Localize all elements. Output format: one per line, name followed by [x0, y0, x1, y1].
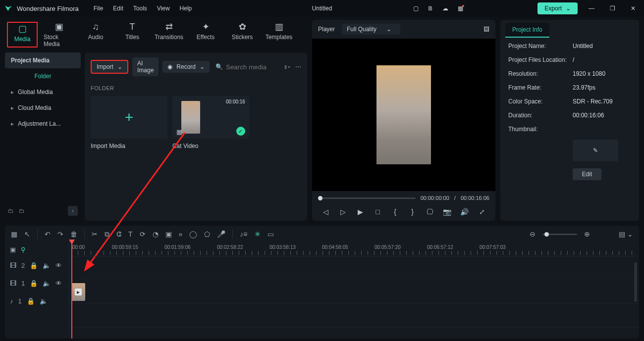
link-icon[interactable]: ⚲	[21, 246, 26, 253]
mask-button[interactable]: ▣	[165, 230, 172, 238]
scrollbar[interactable]	[634, 262, 637, 302]
tab-stickers[interactable]: ✿Stickers	[227, 22, 258, 48]
prev-frame-button[interactable]: ◁	[320, 208, 332, 216]
track-button[interactable]: ◯	[189, 230, 197, 238]
tab-transitions[interactable]: ⇄Transitions	[154, 22, 184, 48]
tab-titles[interactable]: TTitles	[117, 22, 148, 48]
image-icon[interactable]: 🖼	[483, 26, 489, 33]
text-button[interactable]: T	[128, 230, 133, 238]
track-v2[interactable]	[69, 256, 639, 280]
tab-media[interactable]: ▢Media	[7, 22, 38, 48]
record-button[interactable]: ◉Record⌄	[162, 61, 210, 73]
frame-button[interactable]: ▭	[268, 230, 274, 238]
export-button[interactable]: Export⌄	[537, 2, 578, 14]
mute-icon[interactable]: 🔈	[40, 297, 48, 305]
timeline-ruler[interactable]: 00:00 00:00:59:15 00:01:59:06 00:02:58:2…	[69, 243, 639, 256]
import-media-tile[interactable]: + Import Media	[91, 96, 167, 149]
minimize-button[interactable]: —	[585, 5, 598, 12]
redo-button[interactable]: ↷	[57, 230, 63, 238]
filter-icon[interactable]: ⫾▿	[284, 63, 290, 70]
tab-templates[interactable]: ▥Templates	[264, 22, 294, 48]
track-header-v2[interactable]: 🎞2 🔒 🔈 👁	[5, 256, 69, 274]
tab-stock-media[interactable]: ▣Stock Media	[44, 22, 74, 48]
close-button[interactable]: ✕	[626, 5, 640, 12]
search-input[interactable]	[226, 63, 280, 71]
rotate-button[interactable]: ⟳	[140, 230, 146, 238]
sidebar-project-media[interactable]: Project Media	[5, 52, 81, 68]
zoom-slider[interactable]	[542, 234, 577, 235]
layout-icon[interactable]: ▢	[412, 4, 420, 12]
play-backward-button[interactable]: ▷	[337, 208, 349, 216]
play-button[interactable]: ▶	[355, 208, 367, 216]
menu-file[interactable]: File	[94, 5, 103, 12]
crop-button[interactable]: ⧉	[105, 230, 109, 239]
zoom-in-button[interactable]: ⊕	[584, 230, 590, 238]
speed-button[interactable]: ⵛ	[116, 230, 121, 238]
visible-icon[interactable]: 👁	[55, 280, 62, 287]
mark-in-button[interactable]: {	[389, 208, 401, 216]
edit-button[interactable]: Edit	[573, 168, 601, 180]
scrub-slider[interactable]	[318, 197, 416, 199]
undo-button[interactable]: ↶	[45, 230, 51, 238]
preview-viewport[interactable]	[312, 39, 495, 191]
track-header-a1[interactable]: ♪1 🔒 🔈	[5, 292, 69, 310]
menu-tools[interactable]: Tools	[133, 5, 147, 12]
project-info-tab[interactable]: Project Info	[505, 23, 549, 38]
tab-effects[interactable]: ✦Effects	[190, 22, 221, 48]
thumbnail-edit-button[interactable]: ✎	[573, 140, 618, 161]
fullscreen-icon[interactable]: ⤢	[476, 208, 488, 216]
sidebar-global-media[interactable]: ▸Global Media	[5, 84, 81, 100]
new-bin-icon[interactable]: 🗀	[19, 207, 25, 214]
track-header-v1[interactable]: 🎞1 🔒 🔈 👁	[5, 274, 69, 292]
save-icon[interactable]: 🗎	[427, 4, 434, 12]
visible-icon[interactable]: 👁	[55, 262, 62, 269]
track-v1[interactable]: ▶	[69, 280, 639, 304]
split-button[interactable]: ✂	[92, 230, 98, 238]
grid-icon[interactable]: ▦	[11, 230, 17, 238]
tab-audio[interactable]: ♫Audio	[80, 22, 111, 48]
ai-image-button[interactable]: AI Image	[132, 57, 159, 76]
menu-help[interactable]: Help	[180, 5, 192, 12]
maximize-button[interactable]: ❐	[605, 5, 619, 12]
mute-icon[interactable]: 🔈	[43, 280, 51, 287]
snapshot-icon[interactable]: 📷	[441, 208, 453, 216]
lock-icon[interactable]: 🔒	[30, 262, 38, 269]
collapse-sidebar-button[interactable]: ‹	[68, 206, 78, 216]
timeline-tracks[interactable]: 00:00 00:00:59:15 00:01:59:06 00:02:58:2…	[69, 243, 639, 339]
lock-icon[interactable]: 🔒	[27, 297, 35, 305]
menu-edit[interactable]: Edit	[113, 5, 123, 12]
playhead[interactable]	[71, 243, 72, 339]
more-icon[interactable]: ⋯	[295, 63, 301, 70]
color-button[interactable]: ◔	[153, 230, 159, 238]
timeline-settings-icon[interactable]: ▣	[10, 246, 16, 253]
magnet-button[interactable]: ✳	[255, 230, 261, 238]
view-mode-button[interactable]: ▤ ⌄	[619, 230, 633, 238]
quality-select[interactable]: Full Quality⌄	[342, 24, 400, 35]
apps-icon[interactable]: ▦	[456, 4, 464, 12]
import-button[interactable]: Import⌄	[91, 60, 128, 74]
info-thumb-key: Thumbnail:	[508, 126, 573, 133]
audio-tool-button[interactable]: ♪≡	[240, 230, 247, 238]
sidebar-folder[interactable]: Folder	[5, 68, 81, 84]
menu-view[interactable]: View	[157, 5, 170, 12]
cursor-icon[interactable]: ↖	[24, 230, 30, 238]
zoom-out-button[interactable]: ⊖	[530, 230, 536, 238]
media-tile-cat-video[interactable]: 00:00:16 ▦ ✓ Cat Video	[172, 96, 249, 149]
timeline-clip[interactable]: ▶	[71, 283, 85, 301]
cloud-icon[interactable]: ☁	[441, 4, 449, 12]
mute-icon[interactable]: 🔈	[43, 262, 51, 269]
lock-icon[interactable]: 🔒	[30, 280, 38, 287]
timeline-panel: ▦ ↖ ↶ ↷ 🗑 ✂ ⧉ ⵛ T ⟳ ◔ ▣ » ◯ ⬠ 🎤 ♪≡ ✳ ▭ ⊖…	[5, 226, 639, 339]
stop-button[interactable]: □	[372, 208, 384, 216]
marker-button[interactable]: ⬠	[204, 230, 210, 238]
display-icon[interactable]: 🖵	[424, 208, 436, 216]
more-tools-button[interactable]: »	[179, 230, 183, 238]
delete-button[interactable]: 🗑	[70, 230, 77, 238]
track-a1[interactable]	[69, 304, 639, 328]
new-folder-icon[interactable]: 🗀	[8, 207, 14, 214]
sidebar-cloud-media[interactable]: ▸Cloud Media	[5, 100, 81, 116]
mark-out-button[interactable]: }	[407, 208, 419, 216]
mic-button[interactable]: 🎤	[217, 230, 225, 238]
sidebar-adjustment-layer[interactable]: ▸Adjustment La...	[5, 116, 81, 132]
volume-icon[interactable]: 🔊	[459, 208, 471, 216]
